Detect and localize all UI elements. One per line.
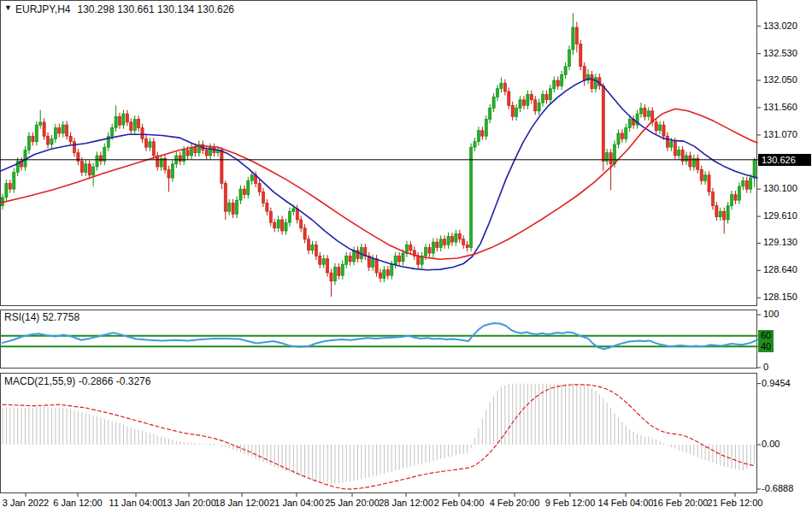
price-axis-label: 130.100 xyxy=(763,183,797,193)
price-axis-label: 128.640 xyxy=(763,264,797,274)
current-price-tag: 130.626 xyxy=(758,154,811,166)
price-axis-label: 129.130 xyxy=(763,237,797,247)
panel-border xyxy=(1,374,757,493)
rsi-level-badge: 40 xyxy=(758,341,774,352)
ohlc-values-label: 130.298 130.661 130.134 130.626 xyxy=(77,3,234,15)
price-axis-label: 133.020 xyxy=(763,21,797,31)
macd-title: MACD(21,55,9) -0.2866 -0.3276 xyxy=(4,375,150,387)
chart-window: ▼ EURJPY,H4130.298 130.661 130.134 130.6… xyxy=(0,0,812,513)
price-axis-label: 131.560 xyxy=(763,102,797,112)
macd-axis-label: 0.00 xyxy=(762,439,780,449)
rsi-title: RSI(14) 52.7758 xyxy=(4,311,79,323)
price-axis-label: 132.530 xyxy=(763,48,797,58)
price-axis-label: 129.610 xyxy=(763,210,797,221)
chart-title: EURJPY,H4130.298 130.661 130.134 130.626 xyxy=(15,3,234,15)
chart-dropdown-icon[interactable]: ▼ xyxy=(4,3,12,12)
macd-axis-label: 0.9454 xyxy=(762,378,791,388)
candlestick-chart-canvas[interactable] xyxy=(0,0,812,513)
price-axis-label: 131.070 xyxy=(763,129,797,139)
rsi-axis-label: 100 xyxy=(763,309,779,319)
price-axis-label: 128.150 xyxy=(763,292,797,302)
rsi-level-badge: 60 xyxy=(758,330,774,341)
time-axis-label: 21 Feb 12:00 xyxy=(697,498,774,508)
rsi-axis-label: 0 xyxy=(763,362,768,372)
price-axis-label: 132.050 xyxy=(763,74,797,85)
symbol-period-label: EURJPY,H4 xyxy=(15,3,70,15)
macd-axis-label: -0.6888 xyxy=(762,483,793,493)
